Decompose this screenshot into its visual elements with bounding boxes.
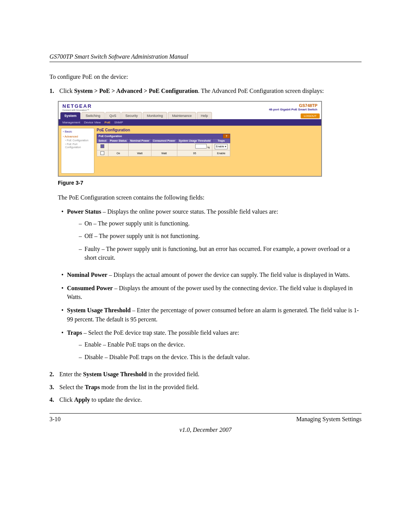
step2-body: Enter the System Usage Threshold in the … bbox=[59, 370, 362, 379]
version-line: v1.0, December 2007 bbox=[49, 427, 362, 433]
help-icon[interactable]: ? bbox=[223, 134, 230, 138]
dash-disable: Disable – Disable PoE traps on the devic… bbox=[84, 353, 250, 361]
sidenav-advanced[interactable]: › Advanced bbox=[63, 135, 92, 138]
dash-faulty: Faulty – The power supply unit is functi… bbox=[84, 244, 362, 262]
col-select: Select bbox=[97, 138, 108, 143]
bullet-traps: Traps – Select the PoE device trap state… bbox=[67, 328, 362, 366]
logout-button[interactable]: LOGOUT bbox=[301, 113, 320, 118]
sidenav-basic[interactable]: › Basic bbox=[63, 130, 92, 133]
step3-body: Select the Traps mode from the list in t… bbox=[59, 383, 362, 391]
netgear-logo: NETGEAR bbox=[62, 103, 92, 109]
dash-icon: – bbox=[76, 353, 84, 361]
dash-icon: – bbox=[76, 340, 84, 349]
page-footer: 3-10 Managing System Settings bbox=[49, 413, 362, 423]
dash-icon: – bbox=[76, 219, 84, 228]
step1-num: 1. bbox=[49, 86, 59, 95]
subtab-device-view[interactable]: Device View bbox=[84, 121, 101, 124]
traps-select[interactable]: Enable▾ bbox=[215, 144, 228, 149]
netgear-tagline: Connect with Innovation™ bbox=[62, 109, 92, 111]
tab-switching[interactable]: Switching bbox=[81, 112, 105, 119]
subtab-snmp[interactable]: SNMP bbox=[114, 121, 123, 124]
model-sub: 48-port Gigabit PoE Smart Switch bbox=[269, 108, 317, 111]
step1-body: Click System > PoE > Advanced > PoE Conf… bbox=[59, 86, 362, 95]
dash-on: On – The power supply unit is functionin… bbox=[84, 219, 190, 228]
subtab-poe[interactable]: PoE bbox=[105, 121, 111, 124]
tab-maintenance[interactable]: Maintenance bbox=[168, 112, 196, 119]
post-figure-para: The PoE Configuration screen contains th… bbox=[58, 193, 362, 202]
figure-caption: Figure 3-7 bbox=[58, 180, 362, 186]
col-traps: Traps bbox=[212, 138, 230, 143]
tab-qos[interactable]: QoS bbox=[105, 112, 121, 119]
model-name: GS748TP bbox=[269, 103, 317, 108]
panel-sub-header: PoE Configuration bbox=[97, 134, 223, 138]
header-text: GS700TP Smart Switch Software Administra… bbox=[49, 53, 188, 60]
bullet-power-status: Power Status – Displays the online power… bbox=[67, 207, 362, 266]
cell-nominal: Watt bbox=[128, 150, 151, 156]
step2-num: 2. bbox=[49, 370, 59, 379]
bullet-usage-threshold: System Usage Threshold – Enter the perce… bbox=[67, 306, 362, 323]
cell-traps: Enable bbox=[212, 150, 230, 156]
tab-security[interactable]: Security bbox=[121, 112, 142, 119]
dash-icon: – bbox=[76, 232, 84, 240]
poe-config-table: PoE Configuration ? Select Power Status … bbox=[97, 134, 230, 157]
step4-body: Click Apply to update the device. bbox=[59, 395, 362, 404]
cell-status: On bbox=[108, 150, 128, 156]
bullet-icon: • bbox=[58, 306, 67, 323]
bullet-consumed-power: Consumed Power – Displays the amount of … bbox=[67, 284, 362, 301]
panel-title: PoE Configuration bbox=[97, 128, 319, 132]
bullet-nominal-power: Nominal Power – Displays the actual amou… bbox=[67, 270, 362, 279]
col-consumed-power: Consumed Power bbox=[151, 138, 177, 143]
intro-para: To configure PoE on the device: bbox=[49, 73, 362, 81]
side-nav: › Basic › Advanced › PoE Configuration ›… bbox=[61, 128, 94, 174]
sidenav-poe-config[interactable]: › PoE Configuration bbox=[63, 139, 92, 142]
tab-help[interactable]: Help bbox=[197, 112, 212, 119]
bullet-icon: • bbox=[58, 207, 67, 266]
row-checkbox[interactable] bbox=[100, 151, 104, 155]
bullet-icon: • bbox=[58, 270, 67, 279]
page-header: GS700TP Smart Switch Software Administra… bbox=[49, 53, 362, 62]
subtab-management[interactable]: Management bbox=[62, 121, 80, 124]
poe-config-screenshot: NETGEAR Connect with Innovation™ GS748TP… bbox=[58, 101, 322, 177]
tab-system[interactable]: System bbox=[60, 112, 81, 119]
sidenav-poe-port-config[interactable]: › PoE Port Configuration bbox=[63, 143, 92, 149]
col-nominal-power: Nominal Power bbox=[128, 138, 151, 143]
page-number: 3-10 bbox=[49, 416, 61, 423]
step4-num: 4. bbox=[49, 395, 59, 404]
cell-consumed: Watt bbox=[151, 150, 177, 156]
select-all-checkbox[interactable] bbox=[100, 144, 104, 148]
step3-num: 3. bbox=[49, 383, 59, 391]
bullet-icon: • bbox=[58, 328, 67, 366]
tab-monitoring[interactable]: Monitoring bbox=[143, 112, 167, 119]
dash-enable: Enable – Enable PoE traps on the device. bbox=[84, 340, 185, 349]
dash-off: Off – The power supply unit is not funct… bbox=[84, 232, 200, 240]
cell-threshold: 95 bbox=[177, 150, 212, 156]
section-name: Managing System Settings bbox=[296, 416, 362, 423]
col-usage-threshold: System Usage Threshold bbox=[177, 138, 212, 143]
bullet-icon: • bbox=[58, 284, 67, 301]
dash-icon: – bbox=[76, 244, 84, 262]
col-power-status: Power Status bbox=[108, 138, 128, 143]
threshold-input[interactable] bbox=[195, 144, 207, 149]
chevron-down-icon: ▾ bbox=[225, 145, 226, 148]
